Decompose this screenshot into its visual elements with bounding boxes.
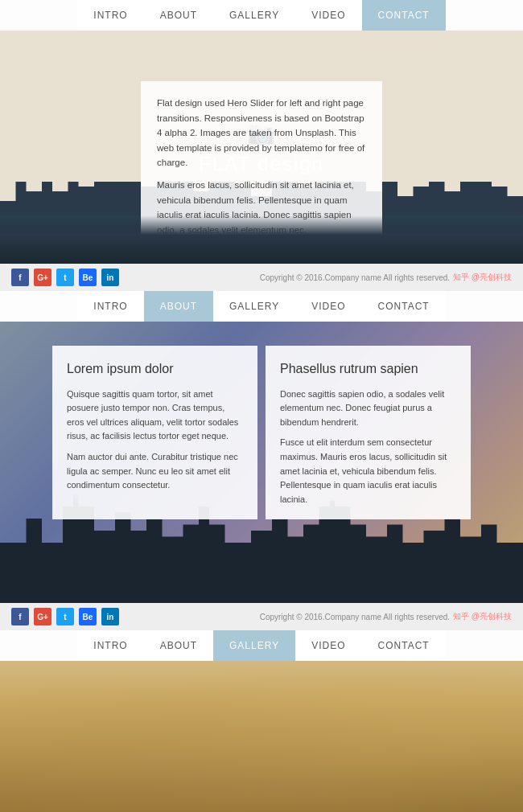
section-gallery: INTRO ABOUT GALLERY VIDEO CONTACT [0,630,523,812]
nav-bar-about: INTRO ABOUT GALLERY VIDEO CONTACT [0,291,523,322]
hero-bg-gallery [0,661,523,812]
watermark-1: 知乎 @亮创科技 [453,272,512,283]
section-intro: INTRO ABOUT GALLERY VIDEO CONTACT 📷 FLAT… [0,0,523,291]
about-two-col: Lorem ipsum dolor Quisque sagittis quam … [52,346,471,519]
behance-icon[interactable]: Be [79,269,97,286]
nav-about-2[interactable]: ABOUT [144,291,213,322]
googleplus-icon[interactable]: G+ [34,269,51,286]
nav-contact-2[interactable]: CONTACT [362,291,446,322]
card1-p1: Quisque sagittis quam tortor, sit amet p… [67,388,243,444]
intro-p1: Flat design used Hero Slider for left an… [157,96,366,170]
nav-menu-1: INTRO ABOUT GALLERY VIDEO CONTACT [77,0,445,31]
behance-icon-2[interactable]: Be [79,608,97,625]
intro-p2: Mauris eros lacus, sollicitudin sit amet… [157,178,366,237]
watermark-2: 知乎 @亮创科技 [453,611,512,622]
hero-bg-intro: 📷 FLAT design Flat design used Hero Slid… [0,31,523,264]
nav-menu-2: INTRO ABOUT GALLERY VIDEO CONTACT [77,291,445,322]
twitter-icon[interactable]: t [56,269,74,286]
nav-bar-intro: INTRO ABOUT GALLERY VIDEO CONTACT [0,0,523,31]
social-icons-1: f G+ t Be in [11,269,119,286]
card2-title: Phasellus rutrum sapien [280,359,456,379]
facebook-icon[interactable]: f [11,269,29,286]
footer-bar-2: f G+ t Be in Copyright © 2016.Company na… [0,603,523,630]
linkedin-icon[interactable]: in [101,269,119,286]
card2-p2: Fusce ut elit interdum sem consectetur m… [280,436,456,506]
copyright-1: Copyright © 2016.Company name All rights… [260,273,450,282]
googleplus-icon-2[interactable]: G+ [34,608,51,625]
nav-gallery-3[interactable]: GALLERY [213,630,295,661]
facebook-icon-2[interactable]: f [11,608,29,625]
nav-video-3[interactable]: VIDEO [295,630,361,661]
nav-video-1[interactable]: VIDEO [295,0,361,31]
nav-bar-gallery: INTRO ABOUT GALLERY VIDEO CONTACT [0,630,523,661]
copyright-2: Copyright © 2016.Company name All rights… [260,613,450,621]
nav-about-3[interactable]: ABOUT [144,630,213,661]
nav-gallery-1[interactable]: GALLERY [213,0,295,31]
nav-contact-3[interactable]: CONTACT [362,630,446,661]
hero-water [0,215,523,264]
nav-contact-1[interactable]: CONTACT [362,0,446,31]
nav-intro-2[interactable]: INTRO [77,291,143,322]
about-card-1: Lorem ipsum dolor Quisque sagittis quam … [52,346,257,519]
nav-about-1[interactable]: ABOUT [144,0,213,31]
linkedin-icon-2[interactable]: in [101,608,119,625]
footer-bar-1: f G+ t Be in Copyright © 2016.Company na… [0,264,523,291]
intro-content-box: Flat design used Hero Slider for left an… [141,81,382,252]
nav-menu-3: INTRO ABOUT GALLERY VIDEO CONTACT [77,630,445,661]
twitter-icon-2[interactable]: t [56,608,74,625]
nav-video-2[interactable]: VIDEO [295,291,361,322]
nav-intro-1[interactable]: INTRO [77,0,143,31]
card1-title: Lorem ipsum dolor [67,359,243,379]
hero-bg-about: Lorem ipsum dolor Quisque sagittis quam … [0,322,523,603]
nav-gallery-2[interactable]: GALLERY [213,291,295,322]
section-about: INTRO ABOUT GALLERY VIDEO CONTACT Lorem … [0,291,523,630]
about-card-2: Phasellus rutrum sapien Donec sagittis s… [266,346,471,519]
social-icons-2: f G+ t Be in [11,608,119,625]
card1-p2: Nam auctor dui ante. Curabitur tristique… [67,450,243,493]
card2-p1: Donec sagittis sapien odio, a sodales ve… [280,388,456,430]
nav-intro-3[interactable]: INTRO [77,630,143,661]
